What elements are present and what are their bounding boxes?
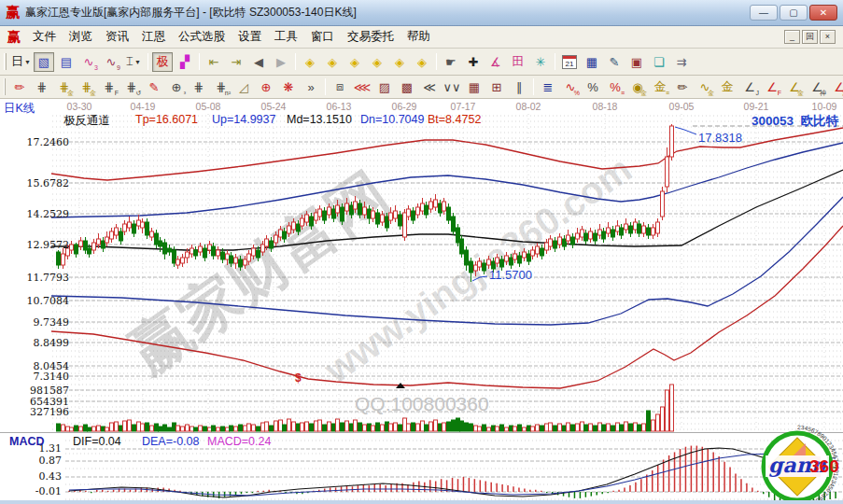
wave-percent-button[interactable]: ∿% xyxy=(560,77,581,97)
date-label: 10-09 xyxy=(812,101,837,112)
menu-item-browse[interactable]: 浏览 xyxy=(63,27,99,47)
gold-underline-button[interactable]: 金 xyxy=(717,77,738,97)
spiral-ratio-button[interactable]: ⋕↺ xyxy=(121,77,142,97)
menu-item-file[interactable]: 文件 xyxy=(26,27,63,47)
pattern-tool-button[interactable]: ✳ xyxy=(530,52,551,72)
speed-angle-button[interactable]: ∠速 xyxy=(829,77,843,97)
chart-9min-button[interactable]: ∿9 xyxy=(101,52,121,72)
date-label: 08-18 xyxy=(593,101,618,112)
child-close-button[interactable]: × xyxy=(820,30,836,44)
volume-profile-button[interactable]: ▞ xyxy=(175,52,195,72)
pane-label-daily-kline[interactable]: 日K线 xyxy=(4,101,35,117)
menu-item-trade[interactable]: 交易委托 xyxy=(341,27,400,47)
chart-3min-icon: ∿ xyxy=(83,55,93,69)
stock-name: 欧比特 xyxy=(801,114,839,128)
candle-style-button[interactable]: ⌶▼ xyxy=(123,52,144,72)
close-button[interactable]: ✕ xyxy=(809,5,837,21)
menu-item-window[interactable]: 窗口 xyxy=(304,27,341,47)
save-web-tool-button[interactable]: ❏ xyxy=(649,52,669,72)
time-cycle-sub-icon: ³ xyxy=(184,90,186,96)
fan-box-button[interactable]: ▩ xyxy=(397,77,417,97)
diamond-up-button[interactable]: ◈ xyxy=(344,52,365,72)
window-title: 赢家江恩专业版[赢家内部服务平台] - [欧比特 SZ300053-140日K线… xyxy=(25,5,357,21)
f-ratio-lines-button[interactable]: ⋕F xyxy=(99,77,119,97)
price-scale-button[interactable]: ≣ xyxy=(538,77,558,97)
n2-ratio-button[interactable]: ⋕n² xyxy=(211,77,232,97)
calendar-tool-button[interactable]: 21 xyxy=(559,52,580,72)
crosshair-tool-button[interactable]: ✚ xyxy=(463,52,484,72)
diamond-all-button[interactable]: ◈ xyxy=(412,52,432,72)
angle-tool-button[interactable]: ∡ xyxy=(485,52,506,72)
percent-lines-button[interactable]: %≡ xyxy=(605,77,625,97)
minimize-button[interactable]: — xyxy=(750,5,778,21)
diamond-right-button[interactable]: ◈ xyxy=(322,52,343,72)
chart-view-icon: ▧ xyxy=(38,55,49,69)
child-restore-button[interactable]: 回 xyxy=(802,30,818,44)
chart-3min-button[interactable]: ∿3 xyxy=(78,52,99,72)
kline-period-dropdown-icon[interactable]: ▼ xyxy=(24,59,31,65)
trend-arrows-button[interactable]: ≪ xyxy=(419,77,440,97)
channel-toggle-button[interactable]: 极 xyxy=(152,52,173,72)
f-angle-button[interactable]: ∠F xyxy=(762,77,782,97)
stock-symbol[interactable]: 300053 欧比特 xyxy=(752,113,838,130)
menu-item-settings[interactable]: 设置 xyxy=(232,27,268,47)
menu-item-tools[interactable]: 工具 xyxy=(268,27,304,47)
gold-circle-button[interactable]: ◉金 xyxy=(627,77,648,97)
brush-tool-button[interactable]: ✏ xyxy=(672,77,693,97)
shen-angle-button[interactable]: ∠神 xyxy=(807,77,827,97)
ratio-lines-button[interactable]: ⋕ xyxy=(32,77,52,97)
gold-circle-sub-icon: 金 xyxy=(640,90,647,96)
nav-next-button[interactable]: ▶ xyxy=(271,52,291,72)
high-price-annotation: 17.8318 xyxy=(698,131,742,145)
menu-item-formula-pick[interactable]: 公式选股 xyxy=(172,27,232,47)
zigzag-tool-button[interactable]: ∨∨ xyxy=(442,77,462,97)
j-angle-button[interactable]: ∠J xyxy=(739,77,760,97)
more-tools-button[interactable]: » xyxy=(301,77,321,97)
diamond-center-button[interactable]: ◈ xyxy=(389,52,410,72)
title-bar[interactable]: 赢 赢家江恩专业版[赢家内部服务平台] - [欧比特 SZ300053-140日… xyxy=(0,0,843,26)
toolbar-grip[interactable] xyxy=(4,53,7,70)
toolbar-grip[interactable] xyxy=(4,78,6,95)
candle-style-dropdown-icon[interactable]: ▼ xyxy=(134,59,141,65)
nav-first-button[interactable]: ⇤ xyxy=(204,52,224,72)
grid-box-tool-button[interactable]: ⊞ xyxy=(486,77,507,97)
quote-list-button[interactable]: ▤ xyxy=(56,52,77,72)
menu-item-news[interactable]: 资讯 xyxy=(99,27,135,47)
diamond-expand-button[interactable]: ◈ xyxy=(367,52,387,72)
pencil-measure-button[interactable]: ✎ xyxy=(144,77,164,97)
grid-tool-button[interactable]: ▦ xyxy=(464,77,485,97)
price-axis-label: 10.7084 xyxy=(27,295,70,307)
fan-shade-button[interactable]: ▨ xyxy=(374,77,395,97)
gold-ratio-1-button[interactable]: ⋕金 xyxy=(54,77,75,97)
kline-period-button[interactable]: 日▼ xyxy=(10,52,32,72)
percent-tool-button[interactable]: % xyxy=(583,77,603,97)
chart-view-button[interactable]: ▧ xyxy=(34,52,54,72)
hand-tool-button[interactable]: ☛ xyxy=(441,52,461,72)
restore-button[interactable]: ▢ xyxy=(780,5,808,21)
diamond-left-button[interactable]: ◈ xyxy=(300,52,320,72)
box-select-button[interactable]: ⧈ xyxy=(330,77,350,97)
nav-last-button[interactable]: ⇥ xyxy=(226,52,246,72)
notes-tool-button[interactable]: ✎ xyxy=(604,52,625,72)
gold-angle-button[interactable]: ∠金 xyxy=(784,77,805,97)
time-cycle-button[interactable]: ⊕³ xyxy=(166,77,187,97)
draw-pencil-button[interactable]: ✏ xyxy=(9,77,30,97)
export-tool-button[interactable]: ⇉ xyxy=(671,52,692,72)
plain-ratio-button[interactable]: ⋕ xyxy=(189,77,209,97)
menu-item-help[interactable]: 帮助 xyxy=(400,27,437,47)
gold-levels-button[interactable]: 金≡ xyxy=(650,77,670,97)
gold-ratio-2-button[interactable]: ⋕金 xyxy=(77,77,97,97)
save-tool-button[interactable]: ▣ xyxy=(626,52,647,72)
parallel-lines-button[interactable]: ∥ xyxy=(509,77,529,97)
child-minimize-button[interactable]: _ xyxy=(784,30,800,44)
angle-ruler-button[interactable]: ◿ xyxy=(233,77,254,97)
gann-web-button[interactable]: ❋ xyxy=(278,77,299,97)
macd-pane-label[interactable]: MACD xyxy=(9,435,45,448)
calculator-tool-button[interactable]: ▦ xyxy=(582,52,602,72)
gann-box-tool-button[interactable]: 田 xyxy=(508,52,528,72)
menu-item-gann[interactable]: 江恩 xyxy=(135,27,172,47)
gold-wave-button[interactable]: ∿金 xyxy=(695,77,715,97)
target-circle-button[interactable]: ⊕ xyxy=(256,77,276,97)
nav-prev-button[interactable]: ◀ xyxy=(248,52,269,72)
gann-fan-button[interactable]: ⋘ xyxy=(352,77,372,97)
